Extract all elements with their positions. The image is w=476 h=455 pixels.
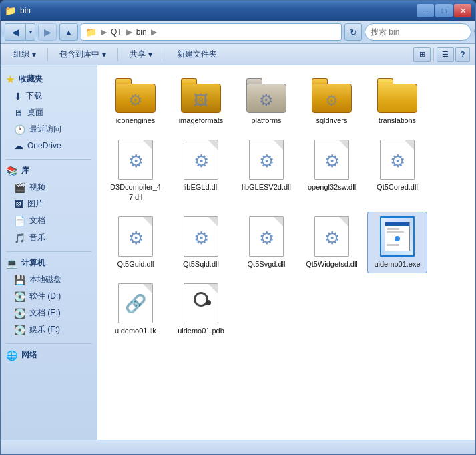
file-item-uidemo01-pdb[interactable]: uidemo01.pdb [171, 279, 231, 340]
qt5widgetsd-label: Qt5Widgetsd.dll [306, 259, 358, 269]
qt5sqld-icon: ⚙ [184, 216, 218, 257]
computer-label: 计算机 [21, 257, 45, 269]
search-input[interactable] [371, 27, 471, 37]
file-item-qt5sqld[interactable]: ⚙ Qt5Sqld.dll [171, 212, 231, 273]
uidemo01-ilk-label: uidemo01.ilk [115, 326, 156, 335]
file-item-qt5svgd[interactable]: ⚙ Qt5Svgd.dll [236, 212, 296, 273]
sidebar-divider-3 [6, 343, 91, 344]
onedrive-label: OneDrive [27, 141, 61, 150]
back-dropdown-button[interactable]: ▾ [26, 23, 35, 41]
drive-f-icon: 💽 [14, 325, 25, 335]
uidemo01-pdb-icon [184, 283, 218, 323]
search-icon[interactable]: 🔍 [473, 27, 476, 37]
toolbar-sep-2 [117, 48, 118, 61]
sidebar-item-drive-e[interactable]: 💽 文档 (E:) [1, 305, 97, 321]
title-bar-left: 📁 bin [5, 5, 31, 16]
search-box: 🔍 [365, 23, 471, 41]
sidebar-item-drive-d[interactable]: 💽 软件 (D:) [1, 288, 97, 305]
desktop-icon: 🖥 [14, 108, 23, 118]
platforms-label: platforms [251, 116, 281, 125]
sidebar-computer-section: 💻 计算机 💾 本地磁盘 💽 软件 (D:) 💽 文档 (E:) 💽 [1, 255, 97, 338]
computer-icon: 💻 [6, 258, 17, 269]
sidebar-item-recent[interactable]: 🕐 最近访问 [1, 121, 97, 138]
file-item-platforms[interactable]: ⚙ platforms [236, 73, 296, 130]
imageformats-label: imageformats [179, 116, 224, 125]
file-item-uidemo01-ilk[interactable]: 🔗 uidemo01.ilk [105, 279, 166, 340]
nav-back-group: ◀ ▾ [5, 23, 35, 41]
status-bar [1, 440, 475, 454]
sidebar-item-drive-f[interactable]: 💽 娱乐 (F:) [1, 321, 97, 338]
uidemo01-exe-label: uidemo01.exe [374, 259, 420, 269]
sidebar-item-documents[interactable]: 📄 文档 [1, 212, 97, 229]
music-label: 音乐 [29, 232, 45, 243]
file-item-libegl[interactable]: ⚙ libEGLd.dll [171, 135, 231, 206]
sidebar-network-header: 🌐 网络 [1, 347, 97, 363]
file-item-sqldrivers[interactable]: ⚙ sqldrivers [302, 73, 362, 130]
file-item-qt5guid[interactable]: ⚙ Qt5Guid.dll [105, 212, 166, 273]
sidebar-library-section: 📚 库 🎬 视频 🖼 图片 📄 文档 🎵 音乐 [1, 162, 97, 246]
favorites-label: 收藏夹 [19, 73, 43, 85]
refresh-button[interactable]: ↻ [344, 23, 362, 41]
toolbar: 组织 ▾ 包含到库中 ▾ 共享 ▾ 新建文件夹 ⊞ ☰ ? [1, 44, 475, 65]
documents-label: 文档 [29, 215, 45, 226]
d3dcompiler-icon: ⚙ [118, 140, 153, 180]
library-label: 库 [21, 165, 29, 176]
new-folder-button[interactable]: 新建文件夹 [168, 46, 226, 63]
view-toggle-button[interactable]: ⊞ [413, 47, 431, 62]
file-item-translations[interactable]: translations [367, 73, 427, 130]
minimize-button[interactable]: ─ [417, 4, 434, 17]
sidebar-item-onedrive[interactable]: ☁ OneDrive [1, 138, 97, 154]
opengl32sw-icon: ⚙ [314, 140, 349, 180]
help-button[interactable]: ? [455, 47, 470, 62]
file-item-libglesv2[interactable]: ⚙ libGLESV2d.dll [236, 135, 296, 206]
address-path[interactable]: 📁 ▶ QT ▶ bin ▶ [81, 23, 342, 41]
file-item-qt5widgetsd[interactable]: ⚙ Qt5Widgetsd.dll [302, 212, 362, 273]
path-separator-2: ▶ [126, 27, 132, 37]
window: 📁 bin ─ □ ✕ ◀ ▾ ▶ ▲ 📁 ▶ QT ▶ bin ▶ ↻ 🔍 [0, 0, 476, 455]
onedrive-icon: ☁ [14, 140, 23, 151]
recent-label: 最近访问 [29, 124, 61, 135]
file-item-qt5cored[interactable]: ⚙ Qt5Cored.dll [367, 135, 427, 206]
qt5widgetsd-icon: ⚙ [314, 216, 349, 257]
main-area: ★ 收藏夹 ⬇ 下载 🖥 桌面 🕐 最近访问 ☁ OneDrive [1, 65, 475, 440]
sidebar-item-video[interactable]: 🎬 视频 [1, 179, 97, 196]
imageformats-folder-icon: 🖼 [181, 78, 221, 113]
organize-button[interactable]: 组织 ▾ [6, 46, 43, 63]
file-item-d3dcompiler[interactable]: ⚙ D3Dcompiler_47.dll [105, 135, 166, 206]
documents-icon: 📄 [14, 216, 25, 226]
qt5svgd-icon: ⚙ [249, 216, 284, 257]
network-label: 网络 [21, 349, 37, 361]
file-item-imageformats[interactable]: 🖼 imageformats [171, 73, 231, 130]
up-button[interactable]: ▲ [59, 23, 78, 41]
file-item-opengl32sw[interactable]: ⚙ opengl32sw.dll [302, 135, 362, 206]
video-label: 视频 [29, 182, 45, 193]
forward-button[interactable]: ▶ [38, 23, 57, 41]
title-bar: 📁 bin ─ □ ✕ [1, 1, 475, 21]
address-bar: ◀ ▾ ▶ ▲ 📁 ▶ QT ▶ bin ▶ ↻ 🔍 [1, 21, 475, 44]
maximize-button[interactable]: □ [435, 4, 453, 17]
sidebar-item-desktop[interactable]: 🖥 桌面 [1, 104, 97, 121]
iconengines-label: iconengines [116, 116, 156, 125]
share-button[interactable]: 共享 ▾ [122, 46, 160, 63]
include-lib-button[interactable]: 包含到库中 ▾ [52, 46, 113, 63]
uidemo01-ilk-icon: 🔗 [118, 283, 153, 323]
sidebar-item-downloads[interactable]: ⬇ 下载 [1, 88, 97, 104]
path-separator-1: ▶ [101, 27, 107, 37]
sidebar-item-local-disk[interactable]: 💾 本地磁盘 [1, 271, 97, 288]
libglesv2-label: libGLESV2d.dll [242, 182, 291, 192]
file-item-iconengines[interactable]: ⚙ iconengines [105, 73, 166, 130]
sidebar: ★ 收藏夹 ⬇ 下载 🖥 桌面 🕐 最近访问 ☁ OneDrive [1, 65, 97, 440]
close-button[interactable]: ✕ [454, 4, 471, 17]
file-item-uidemo01-exe[interactable]: uidemo01.exe [367, 212, 427, 273]
video-icon: 🎬 [14, 182, 25, 193]
sidebar-divider-2 [6, 251, 91, 252]
network-icon: 🌐 [6, 350, 17, 361]
back-button[interactable]: ◀ [5, 23, 26, 41]
view-list-button[interactable]: ☰ [437, 47, 454, 62]
sidebar-favorites-header: ★ 收藏夹 [1, 71, 97, 88]
sidebar-item-music[interactable]: 🎵 音乐 [1, 229, 97, 246]
sidebar-item-pictures[interactable]: 🖼 图片 [1, 196, 97, 212]
drive-e-icon: 💽 [14, 308, 25, 319]
window-title: bin [20, 6, 31, 15]
drive-f-label: 娱乐 (F:) [29, 324, 60, 335]
